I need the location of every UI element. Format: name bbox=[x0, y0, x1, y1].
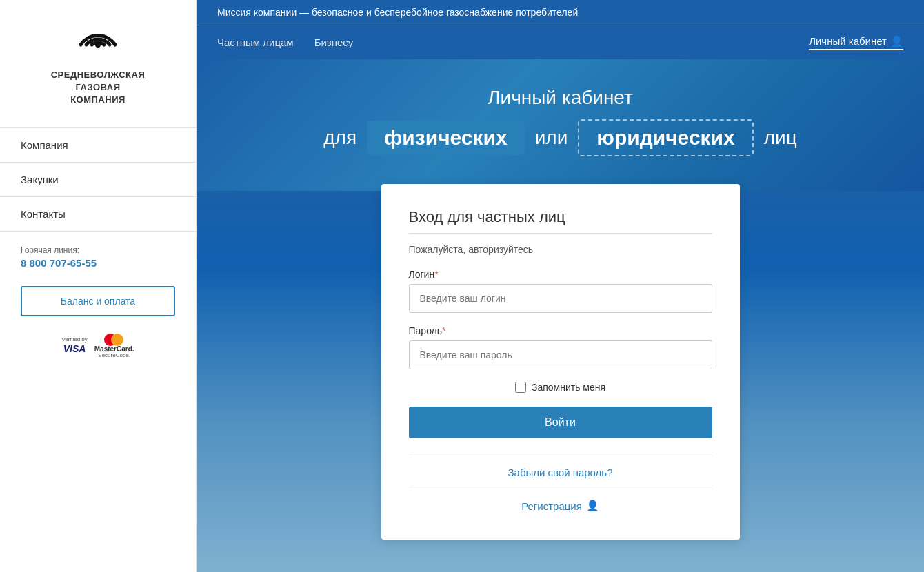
personal-cabinet-link[interactable]: Личный кабинет 👤 bbox=[809, 35, 903, 50]
login-subtitle: Пожалуйста, авторизуйтесь bbox=[409, 244, 712, 255]
nav-links: Частным лицам Бизнесу bbox=[217, 26, 809, 59]
nav-link-individuals[interactable]: Частным лицам bbox=[217, 26, 294, 59]
password-input[interactable] bbox=[409, 340, 712, 369]
svg-point-0 bbox=[95, 42, 101, 48]
sidebar-navigation: Компания Закупки Контакты bbox=[0, 127, 196, 232]
hotline-number[interactable]: 8 800 707-65-55 bbox=[21, 257, 175, 269]
mastercard-circles-icon bbox=[104, 334, 125, 346]
login-input[interactable] bbox=[409, 284, 712, 313]
register-icon: 👤 bbox=[586, 500, 599, 512]
login-divider bbox=[409, 233, 712, 234]
hero-subtitle: для физических или юридических лиц bbox=[217, 119, 903, 156]
sidebar-item-company[interactable]: Компания bbox=[0, 127, 196, 162]
verified-by-text: Verified by bbox=[61, 336, 87, 343]
visa-text: VISA bbox=[63, 343, 86, 355]
balance-payment-button[interactable]: Баланс и оплата bbox=[21, 286, 175, 316]
remember-checkbox[interactable] bbox=[515, 382, 526, 393]
main-content: Миссия компании — безопасное и бесперебо… bbox=[197, 0, 924, 572]
hero-physical-button[interactable]: физических bbox=[367, 121, 525, 155]
company-logo-icon bbox=[74, 14, 122, 62]
remember-label: Запомнить меня bbox=[532, 382, 605, 393]
sidebar-item-contacts[interactable]: Контакты bbox=[0, 196, 196, 232]
hero-for-text: для bbox=[323, 127, 356, 149]
company-name: СРЕДНЕВОЛЖСКАЯ ГАЗОВАЯ КОМПАНИЯ bbox=[51, 69, 145, 107]
visa-badge: Verified by VISA bbox=[61, 336, 87, 354]
hotline-section: Горячая линия: 8 800 707-65-55 bbox=[0, 232, 196, 279]
hero-section: Личный кабинет для физических или юридич… bbox=[197, 59, 924, 191]
forgot-password-link[interactable]: Забыли свой пароль? bbox=[409, 467, 712, 478]
top-bar: Миссия компании — безопасное и бесперебо… bbox=[197, 0, 924, 25]
hero-legal-button[interactable]: юридических bbox=[578, 119, 753, 156]
user-icon: 👤 bbox=[890, 35, 903, 48]
register-link[interactable]: Регистрация 👤 bbox=[409, 500, 712, 512]
nav-link-business[interactable]: Бизнесу bbox=[314, 26, 354, 59]
login-card: Вход для частных лиц Пожалуйста, авториз… bbox=[381, 184, 740, 540]
login-area: Вход для частных лиц Пожалуйста, авториз… bbox=[197, 191, 924, 572]
login-card-title: Вход для частных лиц bbox=[409, 208, 712, 226]
mission-text: Миссия компании — безопасное и бесперебо… bbox=[217, 7, 578, 18]
payment-badges: Verified by VISA MasterCard. SecureCode. bbox=[41, 323, 154, 369]
hero-title: Личный кабинет bbox=[217, 87, 903, 109]
sidebar: СРЕДНЕВОЛЖСКАЯ ГАЗОВАЯ КОМПАНИЯ Компания… bbox=[0, 0, 197, 572]
nav-bar: Частным лицам Бизнесу Личный кабинет 👤 bbox=[197, 25, 924, 59]
sidebar-item-purchases[interactable]: Закупки bbox=[0, 162, 196, 196]
hero-persons-text: лиц bbox=[764, 127, 797, 149]
divider-line-1 bbox=[409, 456, 712, 456]
hero-or-text: или bbox=[535, 127, 568, 149]
mastercard-badge: MasterCard. SecureCode. bbox=[94, 334, 134, 358]
password-label: Пароль* bbox=[409, 325, 712, 336]
hotline-label: Горячая линия: bbox=[21, 245, 175, 255]
login-button[interactable]: Войти bbox=[409, 407, 712, 438]
remember-row: Запомнить меня bbox=[409, 382, 712, 393]
login-label: Логин* bbox=[409, 269, 712, 280]
divider-line-2 bbox=[409, 489, 712, 489]
logo-area: СРЕДНЕВОЛЖСКАЯ ГАЗОВАЯ КОМПАНИЯ bbox=[37, 14, 159, 107]
mastercard-label: MasterCard. SecureCode. bbox=[94, 346, 134, 358]
